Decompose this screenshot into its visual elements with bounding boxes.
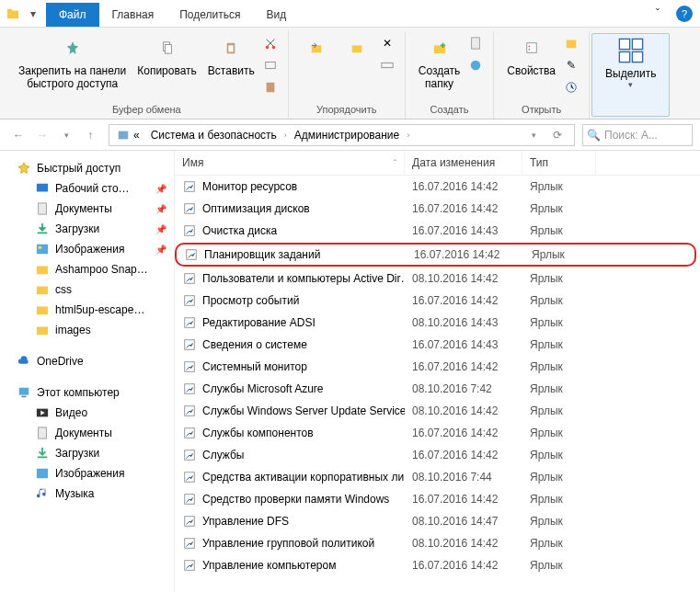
- ribbon-collapse-icon[interactable]: ˇ: [639, 0, 676, 28]
- svg-rect-30: [37, 267, 48, 275]
- paste-shortcut-icon[interactable]: [261, 78, 280, 97]
- file-row[interactable]: Системный монитор16.07.2016 14:42Ярлык: [175, 356, 700, 378]
- sidebar-pictures-2[interactable]: Изображения: [0, 463, 174, 484]
- file-row[interactable]: Средства активации корпоративных ли…08.1…: [175, 466, 700, 488]
- svg-rect-23: [619, 51, 629, 62]
- svg-rect-8: [265, 63, 275, 69]
- file-name: Пользователи и компьютеры Active Dir…: [202, 272, 405, 285]
- rename-icon[interactable]: [378, 56, 396, 74]
- svg-rect-21: [619, 39, 629, 49]
- breadcrumb[interactable]: « Система и безопасность › Администриров…: [109, 124, 575, 146]
- svg-rect-11: [351, 45, 361, 52]
- file-type: Ярлык: [524, 246, 598, 263]
- nav-label: Быстрый доступ: [37, 162, 120, 175]
- folder-icon: [35, 323, 50, 337]
- easy-access-icon[interactable]: [466, 56, 485, 74]
- edit-icon[interactable]: ✎: [562, 56, 580, 74]
- copy-to-button[interactable]: [337, 31, 377, 66]
- sidebar-music[interactable]: Музыка: [0, 484, 174, 504]
- file-row[interactable]: Службы Windows Server Update Services08.…: [175, 400, 700, 422]
- breadcrumb-dropdown-icon[interactable]: ▾: [522, 124, 545, 146]
- properties-button[interactable]: Свойства: [501, 31, 561, 79]
- column-date[interactable]: Дата изменения: [405, 151, 522, 175]
- forward-button[interactable]: →: [31, 124, 53, 146]
- ribbon-group-organize: ✕ Упорядочить: [289, 31, 406, 119]
- shortcut-icon: [182, 536, 197, 551]
- shortcut-icon: [182, 179, 197, 194]
- new-folder-button[interactable]: Создать папку: [413, 31, 466, 93]
- recent-dropdown-icon[interactable]: ▾: [55, 124, 77, 146]
- sidebar-onedrive[interactable]: OneDrive: [0, 351, 174, 371]
- file-row[interactable]: Просмотр событий16.07.2016 14:42Ярлык: [175, 290, 700, 312]
- file-row[interactable]: Сведения о системе16.07.2016 14:43Ярлык: [175, 334, 700, 356]
- music-icon: [35, 486, 50, 501]
- tab-home[interactable]: Главная: [99, 3, 167, 27]
- file-row[interactable]: Редактирование ADSI08.10.2016 14:43Ярлык: [175, 312, 700, 334]
- tab-share[interactable]: Поделиться: [166, 3, 253, 27]
- help-icon[interactable]: ?: [676, 6, 693, 22]
- file-list[interactable]: Имяˆ Дата изменения Тип Монитор ресурсов…: [175, 151, 700, 592]
- sidebar-folder-html5[interactable]: html5up-escape…: [0, 300, 174, 320]
- cut-icon[interactable]: [261, 34, 280, 52]
- video-icon: [35, 405, 50, 420]
- new-item-icon[interactable]: [466, 34, 485, 52]
- back-button[interactable]: ←: [7, 124, 29, 146]
- sidebar-desktop[interactable]: Рабочий сто…📌: [0, 178, 174, 199]
- search-input[interactable]: 🔍 Поиск: А...: [582, 124, 693, 146]
- sidebar-documents[interactable]: Документы📌: [0, 199, 174, 219]
- file-name: Очистка диска: [202, 224, 277, 237]
- sidebar-downloads[interactable]: Загрузки📌: [0, 219, 174, 239]
- sidebar-downloads-2[interactable]: Загрузки: [0, 443, 174, 463]
- file-row[interactable]: Пользователи и компьютеры Active Dir…08.…: [175, 268, 700, 290]
- file-name: Системный монитор: [202, 360, 307, 373]
- sidebar-documents-2[interactable]: Документы: [0, 423, 174, 443]
- open-icon[interactable]: [562, 34, 580, 52]
- file-row[interactable]: Планировщик заданий16.07.2016 14:42Ярлык: [175, 243, 696, 267]
- file-row[interactable]: Управление DFS08.10.2016 14:47Ярлык: [175, 510, 700, 532]
- history-icon[interactable]: [562, 78, 580, 97]
- file-row[interactable]: Управление компьютером16.07.2016 14:42Яр…: [175, 554, 700, 576]
- tab-view[interactable]: Вид: [253, 3, 299, 27]
- col-label: Имя: [182, 156, 203, 169]
- sidebar-folder-css[interactable]: css: [0, 279, 174, 300]
- sidebar-this-pc[interactable]: Этот компьютер: [0, 382, 174, 403]
- breadcrumb-seg-2[interactable]: Администрирование: [291, 129, 403, 142]
- nav-label: Видео: [55, 406, 87, 419]
- sidebar-pictures[interactable]: Изображения📌: [0, 239, 174, 259]
- copy-button[interactable]: Копировать: [132, 31, 202, 79]
- file-row[interactable]: Службы16.07.2016 14:42Ярлык: [175, 444, 700, 466]
- nav-tree[interactable]: Быстрый доступ Рабочий сто…📌 Документы📌 …: [0, 151, 175, 592]
- paste-button[interactable]: Вставить: [202, 31, 260, 79]
- sidebar-folder-ashampoo[interactable]: Ashampoo Snap…: [0, 259, 174, 279]
- column-name[interactable]: Имяˆ: [175, 151, 405, 175]
- refresh-icon[interactable]: ⟳: [546, 124, 568, 146]
- sidebar-video[interactable]: Видео: [0, 403, 174, 423]
- copy-path-icon[interactable]: [261, 56, 280, 74]
- file-name: Управление DFS: [202, 515, 289, 528]
- sidebar-folder-images[interactable]: images: [0, 320, 174, 340]
- sidebar-quick-access[interactable]: Быстрый доступ: [0, 158, 174, 178]
- file-row[interactable]: Управление групповой политикой08.10.2016…: [175, 532, 700, 554]
- tab-file[interactable]: Файл: [46, 3, 99, 27]
- move-to-button[interactable]: [296, 31, 337, 66]
- file-row[interactable]: Средство проверки памяти Windows16.07.20…: [175, 488, 700, 510]
- file-row[interactable]: Монитор ресурсов16.07.2016 14:42Ярлык: [175, 176, 700, 198]
- qat-dropdown-icon[interactable]: ▾: [24, 5, 42, 23]
- file-row[interactable]: Службы компонентов16.07.2016 14:42Ярлык: [175, 422, 700, 444]
- pin-quick-access-button[interactable]: Закрепить на панели быстрого доступа: [13, 31, 132, 93]
- nav-label: Рабочий сто…: [55, 182, 130, 195]
- svg-rect-34: [19, 388, 29, 395]
- file-type: Ярлык: [522, 403, 596, 419]
- breadcrumb-root-icon[interactable]: «: [113, 129, 143, 142]
- up-button[interactable]: ↑: [79, 124, 101, 146]
- column-type[interactable]: Тип: [522, 151, 596, 175]
- desktop-icon: [35, 181, 50, 196]
- delete-icon[interactable]: ✕: [378, 34, 396, 52]
- shortcut-icon: [182, 381, 197, 396]
- file-row[interactable]: Службы Microsoft Azure08.10.2016 7:42Ярл…: [175, 378, 700, 400]
- file-row[interactable]: Оптимизация дисков16.07.2016 14:42Ярлык: [175, 198, 700, 220]
- breadcrumb-seg-1[interactable]: Система и безопасность: [147, 129, 281, 142]
- file-row[interactable]: Очистка диска16.07.2016 14:43Ярлык: [175, 220, 700, 242]
- select-button[interactable]: Выделить ▾: [600, 34, 661, 92]
- svg-rect-10: [311, 45, 321, 52]
